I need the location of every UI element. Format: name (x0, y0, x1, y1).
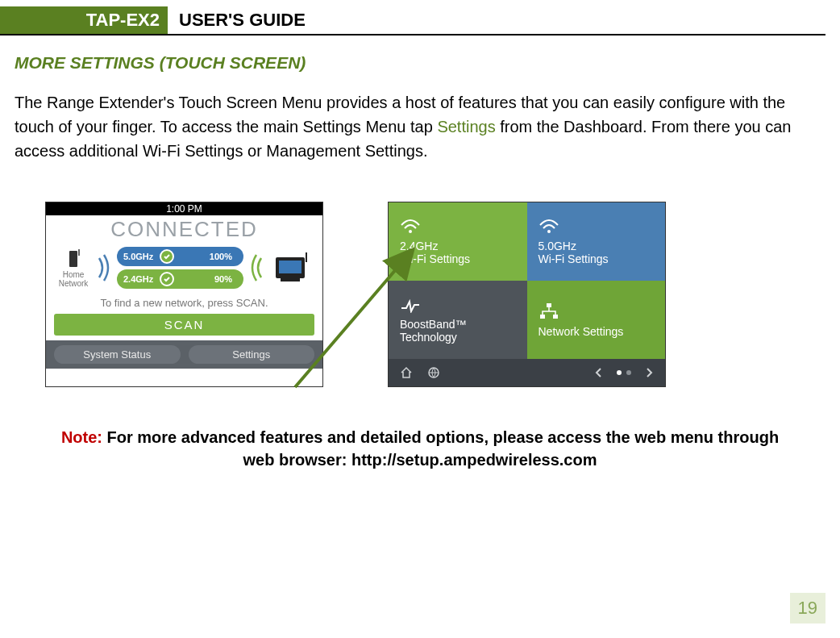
home-network-label: Home Network (54, 248, 93, 288)
signal-waves-right-icon (248, 252, 263, 284)
boost-icon (400, 297, 421, 313)
tile-5ghz-wifi[interactable]: 5.0GHz Wi-Fi Settings (527, 202, 666, 281)
note-text: For more advanced features and detailed … (102, 428, 779, 469)
router-small-icon (64, 248, 82, 269)
connection-status: CONNECTED (46, 215, 322, 247)
band-24ghz-pill: 2.4GHz 90% (117, 269, 243, 289)
band-pills: 5.0GHz 100% 2.4GHz 90% (117, 247, 243, 289)
status-time: 1:00 PM (46, 202, 322, 215)
svg-rect-3 (279, 261, 301, 273)
doc-title: USER'S GUIDE (171, 6, 306, 34)
section-title: MORE SETTINGS (TOUCH SCREEN) (15, 53, 840, 73)
signal-waves-left-icon (98, 252, 112, 284)
wifi-icon (539, 219, 559, 235)
settings-nav-bar (389, 359, 665, 386)
svg-rect-9 (547, 303, 551, 307)
page-dots (617, 370, 631, 375)
intro-paragraph: The Range Extender's Touch Screen Menu p… (15, 90, 816, 163)
chevron-left-icon[interactable] (594, 367, 602, 378)
dashboard-screenshot: 1:00 PM CONNECTED Home Network 5.0GHz 10… (45, 202, 323, 387)
note-paragraph: Note: For more advanced features and det… (48, 426, 792, 471)
extender-device-icon (268, 250, 314, 286)
note-label: Note: (61, 428, 102, 446)
wifi-icon (400, 219, 421, 235)
page-number: 19 (790, 593, 825, 623)
network-icon (539, 302, 559, 320)
svg-rect-5 (281, 278, 300, 281)
check-icon (160, 272, 174, 286)
band-5ghz-pill: 5.0GHz 100% (117, 247, 243, 266)
system-status-button[interactable]: System Status (54, 345, 181, 364)
signal-row: Home Network 5.0GHz 100% 2.4GHz 90% (46, 247, 322, 294)
figure-row: 1:00 PM CONNECTED Home Network 5.0GHz 10… (45, 202, 840, 387)
tile-boostband[interactable]: BoostBand™ Technology (389, 281, 527, 359)
settings-menu-screenshot: 2.4GHz Wi-Fi Settings 5.0GHz Wi-Fi Setti… (388, 202, 666, 387)
home-icon[interactable] (400, 366, 413, 379)
check-icon (160, 249, 174, 264)
globe-icon[interactable] (427, 366, 440, 379)
scan-button[interactable]: SCAN (54, 314, 314, 336)
svg-rect-10 (540, 315, 545, 319)
dashboard-bottom-bar: System Status Settings (46, 340, 322, 369)
svg-point-8 (547, 230, 551, 233)
tile-network-settings[interactable]: Network Settings (527, 281, 666, 359)
settings-keyword: Settings (437, 118, 495, 136)
svg-rect-0 (69, 251, 77, 267)
tile-24ghz-wifi[interactable]: 2.4GHz Wi-Fi Settings (389, 202, 527, 281)
settings-button[interactable]: Settings (189, 345, 315, 364)
svg-point-7 (409, 230, 412, 233)
page-header: TAP-EX2 USER'S GUIDE (0, 6, 825, 35)
svg-rect-11 (553, 315, 558, 319)
chevron-right-icon[interactable] (646, 367, 654, 378)
scan-hint: To find a new network, press SCAN. (46, 294, 322, 314)
product-badge: TAP-EX2 (0, 6, 171, 34)
